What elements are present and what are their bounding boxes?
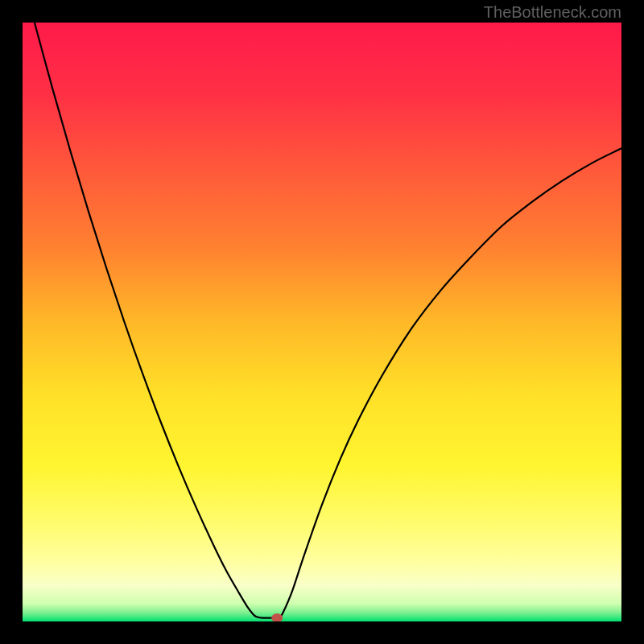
watermark-text: TheBottleneck.com <box>484 3 621 22</box>
chart-background <box>23 23 621 621</box>
chart-container <box>23 23 621 621</box>
chart-svg <box>23 23 621 621</box>
